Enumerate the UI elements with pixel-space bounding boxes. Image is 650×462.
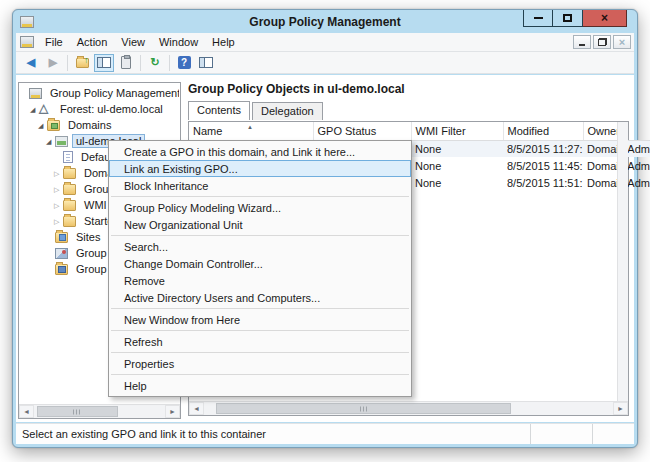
help-icon: ? xyxy=(178,56,191,69)
export-list-icon xyxy=(199,57,213,68)
tree-item-domains[interactable]: ◢Domains xyxy=(20,117,179,133)
close-button[interactable]: × xyxy=(583,10,627,27)
context-refresh[interactable]: Refresh xyxy=(109,333,411,350)
tab-contents[interactable]: Contents xyxy=(188,101,250,120)
tree-item-label: Domains xyxy=(64,118,115,132)
caption-buttons: × xyxy=(523,10,627,27)
results-icon xyxy=(55,264,68,275)
tree-item-label: Forest: ul-demo.local xyxy=(56,102,167,116)
context-properties[interactable]: Properties xyxy=(109,355,411,372)
mdi-minimize-button[interactable] xyxy=(573,35,591,49)
folder-icon xyxy=(63,184,76,195)
context-remove[interactable]: Remove xyxy=(109,272,411,289)
domain-icon xyxy=(55,136,68,147)
mdi-close-button[interactable]: × xyxy=(613,35,631,49)
restore-icon xyxy=(598,38,607,46)
context-create-a-gpo-in-this-domain-and-link-it-here[interactable]: Create a GPO in this domain, and Link it… xyxy=(109,143,411,160)
column-header-label: Modified xyxy=(508,125,550,137)
tabs: ContentsDelegation xyxy=(185,101,631,119)
minimize-button[interactable] xyxy=(523,10,553,27)
list-vertical-scrollbar[interactable] xyxy=(617,122,628,401)
mdi-restore-button[interactable] xyxy=(593,35,611,49)
expander-open-icon[interactable]: ◢ xyxy=(30,106,39,113)
menu-file[interactable]: File xyxy=(38,34,70,50)
tree-item-label: Group Policy Management xyxy=(46,86,179,100)
context-group-policy-modeling-wizard[interactable]: Group Policy Modeling Wizard... xyxy=(109,199,411,216)
context-help[interactable]: Help xyxy=(109,377,411,394)
paste-icon xyxy=(121,56,131,69)
tree-item-forest-ul-demo-local[interactable]: ◢Forest: ul-demo.local xyxy=(20,101,179,117)
menu-separator xyxy=(111,330,409,331)
menu-separator xyxy=(111,352,409,353)
status-text: Select an existing GPO and link it to th… xyxy=(16,428,530,440)
mdi-window-buttons: × xyxy=(571,35,634,49)
sites-icon xyxy=(55,232,68,243)
context-new-window-from-here[interactable]: New Window from Here xyxy=(109,311,411,328)
context-link-an-existing-gpo[interactable]: Link an Existing GPO... xyxy=(109,160,411,177)
up-one-level-icon xyxy=(76,58,89,68)
expander-closed-icon[interactable]: ▷ xyxy=(54,218,63,225)
expander-closed-icon[interactable]: ▷ xyxy=(54,186,63,193)
scrollbar-track[interactable] xyxy=(34,405,165,418)
cell-modified: 8/5/2015 11:45:... xyxy=(503,157,583,174)
forward-button[interactable]: ▶ xyxy=(43,54,63,72)
paste-button[interactable] xyxy=(116,54,136,72)
modeling-icon xyxy=(55,248,68,259)
console-icon xyxy=(20,36,34,48)
back-button[interactable]: ◀ xyxy=(21,54,41,72)
show-console-tree-button[interactable] xyxy=(94,54,114,72)
context-search[interactable]: Search... xyxy=(109,238,411,255)
scroll-left-icon[interactable]: ◄ xyxy=(19,405,34,418)
menu-separator xyxy=(111,308,409,309)
titlebar[interactable]: Group Policy Management × xyxy=(13,10,637,33)
column-header-modified[interactable]: Modified xyxy=(503,122,583,140)
maximize-button[interactable] xyxy=(553,10,583,27)
cell-wmi-filter: None xyxy=(411,140,503,157)
menu-window[interactable]: Window xyxy=(152,34,205,50)
close-icon: × xyxy=(619,37,625,48)
domains-icon xyxy=(47,120,60,131)
menu-action[interactable]: Action xyxy=(70,34,115,50)
column-header-label: Owner xyxy=(588,125,620,137)
scroll-right-icon[interactable]: ► xyxy=(165,405,180,418)
menu-separator xyxy=(111,235,409,236)
refresh-button[interactable]: ↻ xyxy=(145,54,165,72)
tree-horizontal-scrollbar[interactable]: ◄ ► xyxy=(19,404,180,418)
cell-wmi-filter: None xyxy=(411,157,503,174)
scrollbar-thumb[interactable] xyxy=(37,406,118,417)
app-icon xyxy=(20,16,34,28)
expander-closed-icon[interactable]: ▷ xyxy=(54,170,63,177)
expander-open-icon[interactable]: ◢ xyxy=(46,138,55,145)
scrollbar-track[interactable] xyxy=(204,402,613,415)
show-console-tree-icon xyxy=(97,57,111,68)
tab-delegation[interactable]: Delegation xyxy=(252,102,323,120)
export-list-button[interactable] xyxy=(196,54,216,72)
results-pane-title: Group Policy Objects in ul-demo.local xyxy=(185,80,631,101)
column-header-name[interactable]: Name▲ xyxy=(189,122,313,140)
expander-open-icon[interactable]: ◢ xyxy=(38,122,47,129)
context-change-domain-controller[interactable]: Change Domain Controller... xyxy=(109,255,411,272)
toolbar-separator xyxy=(169,55,170,71)
scroll-right-icon[interactable]: ► xyxy=(613,402,628,415)
menu-view[interactable]: View xyxy=(114,34,152,50)
scroll-left-icon[interactable]: ◄ xyxy=(189,402,204,415)
refresh-icon: ↻ xyxy=(150,57,159,68)
tree-item-group-policy-management[interactable]: Group Policy Management xyxy=(20,85,179,101)
scrollbar-thumb[interactable] xyxy=(216,403,510,414)
context-block-inheritance[interactable]: Block Inheritance xyxy=(109,177,411,194)
folder-icon xyxy=(63,168,76,179)
menu-separator xyxy=(111,196,409,197)
menu-help[interactable]: Help xyxy=(205,34,242,50)
context-active-directory-users-and-computers[interactable]: Active Directory Users and Computers... xyxy=(109,289,411,306)
cell-modified: 8/5/2015 11:51:... xyxy=(503,174,583,191)
menubar: FileActionViewWindowHelp × xyxy=(16,33,634,52)
list-horizontal-scrollbar[interactable]: ◄ ► xyxy=(189,401,628,415)
maximize-icon xyxy=(563,14,572,22)
column-header-gpo-status[interactable]: GPO Status xyxy=(313,122,411,140)
expander-closed-icon[interactable]: ▷ xyxy=(54,202,63,209)
context-new-organizational-unit[interactable]: New Organizational Unit xyxy=(109,216,411,233)
up-one-level-button[interactable] xyxy=(72,54,92,72)
column-header-wmi-filter[interactable]: WMI Filter xyxy=(411,122,503,140)
help-button[interactable]: ? xyxy=(174,54,194,72)
folder-icon xyxy=(63,200,76,211)
